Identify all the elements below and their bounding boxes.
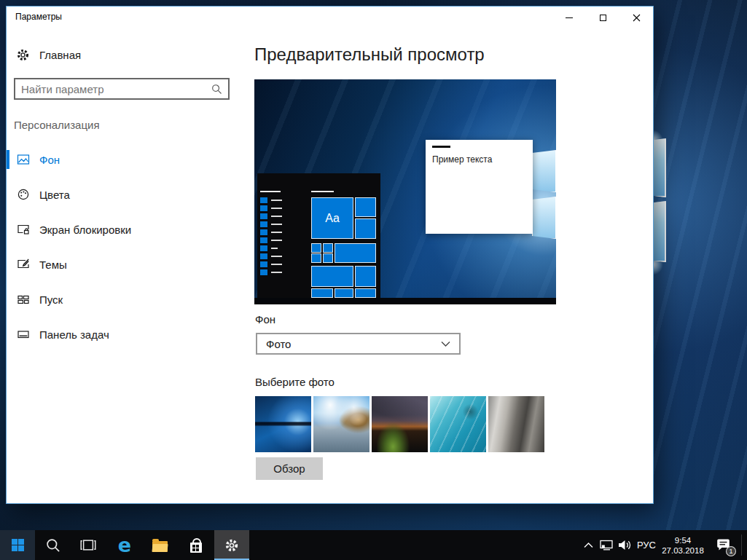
preview-sample-window: Пример текста bbox=[426, 140, 533, 234]
image-icon bbox=[17, 153, 30, 166]
sidebar-item-background[interactable]: Фон bbox=[7, 145, 249, 174]
time-text: 9:54 bbox=[675, 535, 691, 545]
close-icon bbox=[633, 14, 641, 22]
background-type-dropdown[interactable]: Фото bbox=[256, 333, 461, 355]
preview-logo-pane bbox=[532, 197, 556, 239]
volume-icon bbox=[618, 540, 633, 551]
network-tray-button[interactable] bbox=[597, 530, 616, 560]
palette-icon bbox=[17, 188, 30, 201]
settings-taskbar-button[interactable] bbox=[214, 530, 249, 560]
clock[interactable]: 9:54 27.03.2018 bbox=[658, 530, 708, 560]
start-button[interactable] bbox=[0, 530, 35, 560]
photo-thumbnail-rock-cliff[interactable] bbox=[488, 396, 544, 452]
preview-sample-text: Пример текста bbox=[432, 154, 492, 165]
preview-accent-tile: Aa bbox=[311, 197, 353, 239]
show-desktop-strip[interactable] bbox=[741, 535, 742, 556]
file-explorer-button[interactable] bbox=[142, 530, 177, 560]
edge-icon: e bbox=[118, 535, 131, 555]
edge-browser-button[interactable]: e bbox=[107, 530, 142, 560]
preview-sample-titlebar-dash bbox=[432, 146, 450, 148]
background-dropdown-label: Фон bbox=[255, 313, 275, 326]
sidebar-item-taskbar[interactable]: Панель задач bbox=[7, 320, 249, 349]
preview-start-header-dash bbox=[260, 191, 281, 192]
page-title: Предварительный просмотр bbox=[254, 44, 485, 65]
windows-logo-icon bbox=[12, 539, 24, 551]
photo-thumbnail-windows-hero[interactable] bbox=[255, 396, 311, 452]
chevron-down-icon bbox=[441, 341, 450, 347]
sidebar-item-lock-screen[interactable]: Экран блокировки bbox=[7, 215, 249, 244]
photo-thumbnail-beach[interactable] bbox=[313, 396, 369, 452]
close-button[interactable] bbox=[619, 7, 653, 28]
maximize-button[interactable] bbox=[586, 7, 619, 28]
store-bag-icon bbox=[190, 543, 202, 553]
taskbar: e РУС 9:54 27.03.2018 1 bbox=[0, 530, 747, 560]
window-title: Параметры bbox=[15, 12, 62, 22]
sidebar-nav: Фон Цвета Экран блокировки Темы bbox=[7, 145, 249, 355]
photo-thumbnail-underwater[interactable] bbox=[430, 396, 486, 452]
preview-logo-pane bbox=[532, 150, 556, 192]
sidebar-item-home[interactable]: Главная bbox=[16, 44, 81, 65]
themes-icon bbox=[17, 258, 30, 271]
search-input[interactable] bbox=[15, 83, 211, 95]
background-preview: Aa Пример текста bbox=[254, 79, 556, 304]
choose-photo-label: Выберите фото bbox=[255, 376, 335, 388]
sidebar-item-colors[interactable]: Цвета bbox=[7, 180, 249, 209]
gear-icon bbox=[224, 538, 239, 553]
dropdown-selected-value: Фото bbox=[266, 338, 441, 350]
browse-button[interactable]: Обзор bbox=[256, 457, 323, 480]
sidebar-item-label: Темы bbox=[39, 259, 67, 271]
date-text: 27.03.2018 bbox=[662, 545, 704, 556]
volume-tray-button[interactable] bbox=[616, 530, 635, 560]
maximize-icon bbox=[600, 15, 606, 21]
sidebar-item-label: Фон bbox=[39, 154, 60, 166]
photo-thumbnail-night-sky[interactable] bbox=[372, 396, 428, 452]
sidebar-item-label: Панель задач bbox=[39, 328, 109, 341]
action-center-button[interactable]: 1 bbox=[709, 530, 738, 560]
sidebar-item-label: Цвета bbox=[39, 189, 70, 201]
network-icon bbox=[599, 540, 614, 551]
notification-badge: 1 bbox=[726, 546, 736, 556]
language-indicator[interactable]: РУС bbox=[635, 530, 658, 560]
sidebar-item-label: Экран блокировки bbox=[39, 224, 131, 236]
folder-icon bbox=[152, 541, 168, 552]
preview-start-header-dash bbox=[311, 191, 334, 192]
search-icon[interactable] bbox=[211, 84, 222, 95]
search-icon bbox=[46, 538, 60, 553]
sidebar-item-label: Пуск bbox=[39, 293, 63, 306]
minimize-button[interactable] bbox=[552, 7, 586, 28]
task-view-icon bbox=[79, 539, 97, 551]
show-hidden-icons-button[interactable] bbox=[581, 530, 595, 560]
taskbar-search-button[interactable] bbox=[36, 530, 71, 560]
preview-start-tiles: Aa bbox=[311, 197, 377, 298]
desktop: Параметры Главная Персонализация bbox=[0, 0, 747, 560]
taskbar-icon bbox=[17, 328, 30, 341]
sidebar-home-label: Главная bbox=[39, 49, 81, 61]
window-controls bbox=[552, 7, 653, 28]
sidebar-section-label: Персонализация bbox=[14, 119, 100, 131]
task-view-button[interactable] bbox=[71, 530, 106, 560]
wallpaper-light-beams bbox=[652, 0, 747, 530]
start-tiles-icon bbox=[17, 293, 30, 306]
preview-start-app-list bbox=[260, 197, 282, 275]
gear-icon bbox=[16, 48, 30, 62]
chevron-up-icon bbox=[584, 543, 593, 548]
settings-window: Параметры Главная Персонализация bbox=[6, 6, 654, 504]
photo-thumbnails bbox=[255, 396, 544, 452]
lock-screen-icon bbox=[17, 223, 30, 236]
preview-start-menu: Aa bbox=[257, 173, 380, 298]
sidebar-item-start[interactable]: Пуск bbox=[7, 285, 249, 314]
preview-taskbar bbox=[254, 298, 556, 304]
settings-search-box[interactable] bbox=[14, 78, 230, 100]
minimize-icon bbox=[566, 17, 573, 18]
sidebar-item-themes[interactable]: Темы bbox=[7, 250, 249, 279]
store-button[interactable] bbox=[179, 530, 214, 560]
